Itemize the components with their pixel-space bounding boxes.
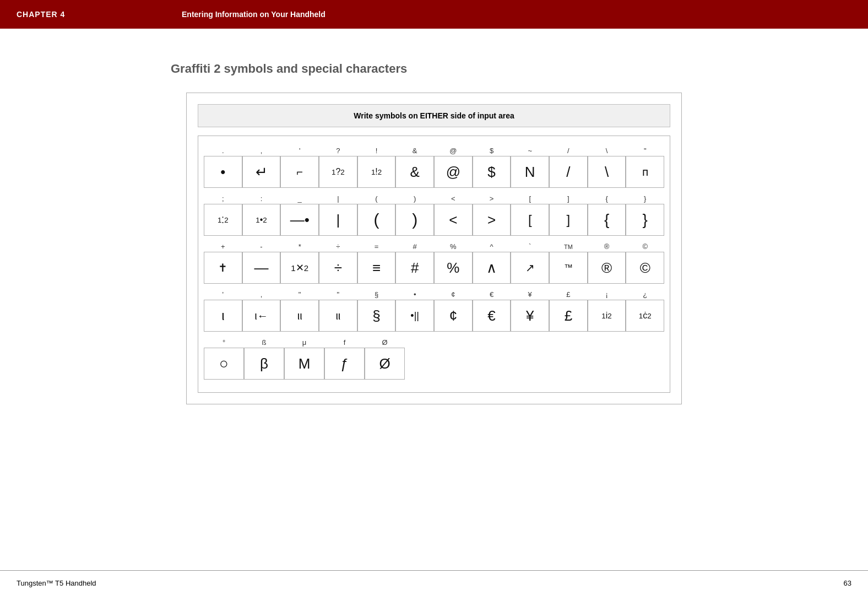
- label: ¡: [588, 290, 626, 299]
- glyph-cell: €: [473, 300, 511, 332]
- table-header: Write symbols on EITHER side of input ar…: [198, 104, 670, 127]
- glyph-cell: (: [357, 204, 396, 236]
- glyph-cell: ιι: [319, 300, 357, 332]
- glyph-cell: $: [473, 156, 511, 188]
- glyph-cell: ≡: [357, 252, 396, 284]
- glyph-cell: ]: [549, 204, 588, 236]
- label-row-3: + - * ÷ = # % ^ ` TM ® ©: [204, 240, 664, 252]
- glyph-row-3: ✝ — 1✕2 ÷ ≡ # % ∧ ↗ ™ ® ©: [204, 252, 664, 284]
- label: ': [204, 290, 242, 299]
- label: ": [626, 147, 664, 155]
- label: ;: [204, 194, 242, 203]
- label: {: [588, 194, 626, 203]
- glyph-cell: |: [319, 204, 357, 236]
- glyph-cell: ÷: [319, 252, 357, 284]
- label: ^: [473, 242, 511, 251]
- label: ¿: [626, 290, 664, 299]
- glyph-cell: ⌐: [280, 156, 319, 188]
- label: f: [324, 338, 365, 347]
- label: £: [549, 290, 588, 299]
- glyph-cell: —•: [280, 204, 319, 236]
- glyph-cell: %: [434, 252, 473, 284]
- glyph-cell: •||: [395, 300, 434, 332]
- label: $: [473, 147, 511, 155]
- label-row-1: . , ' ? ! & @ $ ~ / \ ": [204, 144, 664, 156]
- label: >: [473, 194, 511, 203]
- symbol-row-1: . , ' ? ! & @ $ ~ / \ " • ↵ ⌐ 1?: [204, 144, 664, 192]
- label: .: [204, 147, 242, 155]
- label: \: [588, 147, 626, 155]
- label: +: [204, 242, 242, 251]
- label: TM: [549, 244, 588, 250]
- glyph-cell: \: [588, 156, 626, 188]
- label: ¢: [434, 290, 473, 299]
- glyph-row-2: 1⁚2 1•2 —• | ( ) < > [ ] { }: [204, 204, 664, 236]
- footer-brand: Tungsten™ T5 Handheld: [17, 579, 96, 587]
- glyph-cell: ○: [204, 348, 244, 380]
- chapter-label: CHAPTER 4: [17, 10, 182, 19]
- glyph-cell: &: [395, 156, 434, 188]
- label: ': [280, 147, 319, 155]
- label: ®: [588, 242, 626, 251]
- glyph-cell: 1ċ2: [626, 300, 664, 332]
- label: ]: [549, 194, 588, 203]
- label: *: [280, 242, 319, 251]
- label: €: [473, 290, 511, 299]
- label: -: [242, 242, 281, 251]
- glyph-row-1: • ↵ ⌐ 1?2 1!2 & @ $ N / \ ᴨ: [204, 156, 664, 188]
- glyph-cell: {: [588, 204, 626, 236]
- brand-name: Tungsten™ T5: [17, 579, 63, 587]
- label: ÷: [319, 242, 357, 251]
- label: μ: [284, 338, 324, 347]
- label: ¥: [511, 290, 549, 299]
- label: ~: [511, 147, 549, 155]
- chapter-title: Entering Information on Your Handheld: [182, 10, 326, 19]
- glyph-row-4: ι ι← ιι ιι § •|| ¢ € ¥ £ 1i2 1ċ2: [204, 300, 664, 332]
- label: ,: [242, 147, 281, 155]
- label-row-2: ; : _ | ( ) < > [ ] { }: [204, 192, 664, 204]
- glyph-cell: <: [434, 204, 473, 236]
- label: :: [242, 194, 281, 203]
- label: ?: [319, 147, 357, 155]
- label: (: [357, 194, 396, 203]
- label: @: [434, 147, 473, 155]
- label: •: [395, 290, 434, 299]
- glyph-cell: ι←: [242, 300, 281, 332]
- section-title: Graffiti 2 symbols and special character…: [171, 62, 407, 76]
- label: ": [280, 290, 319, 299]
- glyph-cell: 1•2: [242, 204, 281, 236]
- glyph-cell: #: [395, 252, 434, 284]
- label-row-5: ° ß μ f Ø: [204, 336, 664, 348]
- label: &: [395, 147, 434, 155]
- glyph-cell: ∧: [473, 252, 511, 284]
- glyph-cell: 1?2: [319, 156, 357, 188]
- glyph-cell: [: [511, 204, 549, 236]
- symbol-row-5: ° ß μ f Ø ○ β M ƒ Ø: [204, 336, 664, 384]
- glyph-cell: ©: [626, 252, 664, 284]
- glyph-cell: ®: [588, 252, 626, 284]
- brand-suffix: Handheld: [63, 579, 96, 587]
- glyph-cell: 1!2: [357, 156, 396, 188]
- symbol-row-2: ; : _ | ( ) < > [ ] { } 1⁚2 1•2 —•: [204, 192, 664, 240]
- glyph-cell: Ø: [365, 348, 405, 380]
- glyph-cell: }: [626, 204, 664, 236]
- glyph-cell: £: [549, 300, 588, 332]
- glyph-cell: ᴨ: [626, 156, 664, 188]
- glyph-row-5: ○ β M ƒ Ø: [204, 348, 664, 380]
- glyph-cell: ™: [549, 252, 588, 284]
- glyph-cell: 1i2: [588, 300, 626, 332]
- label-row-4: ' , " " § • ¢ € ¥ £ ¡ ¿: [204, 288, 664, 300]
- symbols-table: Write symbols on EITHER side of input ar…: [186, 93, 682, 404]
- label: Ø: [365, 338, 405, 347]
- glyph-cell: ι: [204, 300, 242, 332]
- label: ,: [242, 290, 281, 299]
- glyph-cell: β: [244, 348, 284, 380]
- glyph-cell: ): [395, 204, 434, 236]
- glyph-cell: ¥: [511, 300, 549, 332]
- main-content: Graffiti 2 symbols and special character…: [0, 29, 868, 426]
- glyph-cell: §: [357, 300, 396, 332]
- label: %: [434, 242, 473, 251]
- label: §: [357, 290, 396, 299]
- glyph-cell: 1⁚2: [204, 204, 242, 236]
- label: [: [511, 194, 549, 203]
